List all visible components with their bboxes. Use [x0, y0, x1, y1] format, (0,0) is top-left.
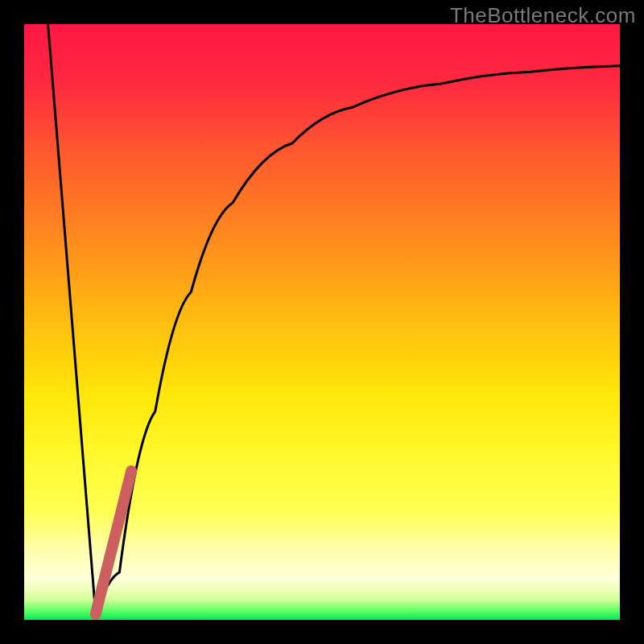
highlight-segment	[96, 471, 131, 614]
bottleneck-curve	[48, 24, 620, 614]
chart-plot-area	[24, 24, 620, 620]
chart-curves	[24, 24, 620, 620]
